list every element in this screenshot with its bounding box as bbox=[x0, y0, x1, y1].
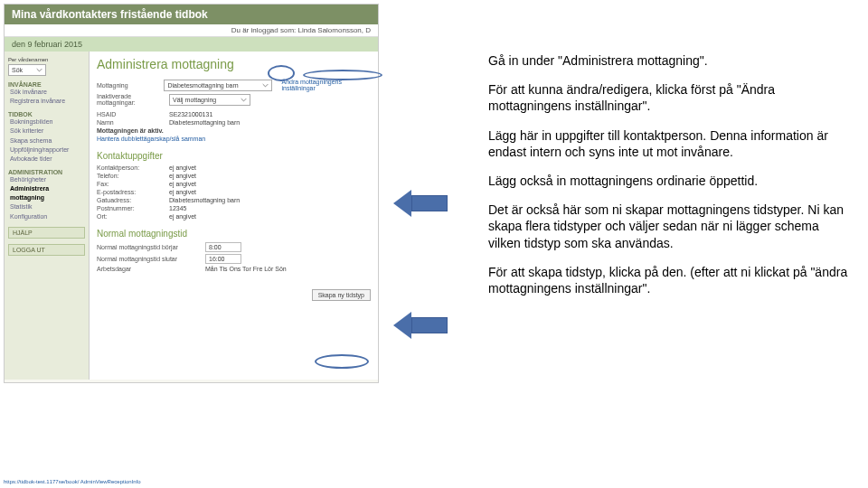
logged-in-row: Du är inloggad som: Linda Salomonsson, D bbox=[5, 24, 378, 37]
sidebar: Per vårdenamen Sök INVÅNARE Sök invånare… bbox=[5, 52, 90, 380]
sidebar-item-behorigheter[interactable]: Behörigheter bbox=[10, 175, 85, 184]
sidebar-group-tidbok: TIDBOK bbox=[8, 111, 85, 117]
body-wrap: Per vårdenamen Sök INVÅNARE Sök invånare… bbox=[5, 52, 378, 380]
row-aktiv: Mottagningen är aktiv. bbox=[97, 127, 371, 134]
annotation-oval-skapa-button bbox=[315, 354, 369, 369]
label-borjar: Normal mottagningstid börjar bbox=[97, 244, 205, 250]
kontakt-label-6: Ort: bbox=[97, 213, 169, 220]
label-mottagning: Mottagning bbox=[97, 82, 164, 89]
aktiv-text: Mottagningen är aktiv. bbox=[97, 127, 164, 134]
annotation-oval-dropdown bbox=[268, 65, 295, 81]
sidebar-group-invanare: INVÅNARE bbox=[8, 81, 85, 88]
chevron-down-icon bbox=[36, 67, 42, 73]
sidebar-item-skapa-schema[interactable]: Skapa schema bbox=[10, 136, 85, 145]
row-slutar: Normal mottagningstid slutar 16:00 bbox=[97, 254, 371, 264]
sidebar-help[interactable]: HJÄLP bbox=[8, 227, 85, 239]
value-namn: Diabetesmottagning barn bbox=[169, 119, 240, 126]
sidebar-item-registrera-invanare[interactable]: Registrera invånare bbox=[10, 97, 85, 106]
arrow-head-icon bbox=[393, 312, 411, 339]
skapa-tidstyp-button[interactable]: Skapa ny tidstyp bbox=[312, 289, 371, 301]
instruction-p6: För att skapa tidstyp, klicka på den. (e… bbox=[488, 264, 850, 296]
footer-url: https://tidbok-test.1177se/book/ AdminVi… bbox=[4, 479, 141, 484]
kontakt-val-2: ej angivet bbox=[169, 181, 196, 187]
hantera-link[interactable]: Hantera dubblettägarskap/slå samman bbox=[97, 136, 205, 142]
label-hsaid: HSAID bbox=[97, 111, 169, 117]
app-screenshot: Mina vårdkontakters fristående tidbok Du… bbox=[4, 4, 379, 383]
kontakt-val-6: ej angivet bbox=[169, 213, 196, 220]
row-borjar: Normal mottagningstid börjar 8:00 bbox=[97, 242, 371, 252]
app-titlebar: Mina vårdkontakters fristående tidbok bbox=[5, 5, 378, 24]
kontakt-val-3: ej angivet bbox=[169, 189, 196, 195]
instruction-p3: Lägg här in uppgifter till kontaktperson… bbox=[488, 127, 850, 160]
arrow-head-icon bbox=[393, 190, 411, 217]
value-hsaid: SE232100013​1 bbox=[169, 111, 212, 117]
instruction-p5: Det är också här som ni skapar mottagnin… bbox=[488, 202, 850, 251]
chevron-down-icon bbox=[262, 82, 269, 89]
row-namn: Namn Diabetesmottagning barn bbox=[97, 119, 371, 126]
instruction-text: Gå in under "Administrera mottagning". F… bbox=[488, 52, 850, 309]
chevron-down-icon bbox=[241, 97, 247, 103]
mottagning-dropdown[interactable]: Diabetesmottagning barn bbox=[164, 80, 272, 91]
kontakt-label-2: Fax: bbox=[97, 181, 169, 187]
kontakt-label-1: Telefon: bbox=[97, 173, 169, 179]
section-oppettid: Normal mottagningstid bbox=[97, 229, 371, 239]
sidebar-selector-label: Per vårdenamen bbox=[8, 57, 85, 62]
annotation-arrow-oppettid bbox=[393, 312, 448, 339]
label-namn: Namn bbox=[97, 119, 169, 126]
date-row: den 9 februari 2015 bbox=[5, 37, 378, 52]
mottagning-value: Diabetesmottagning barn bbox=[167, 82, 238, 89]
instruction-p1: Gå in under "Administrera mottagning". bbox=[488, 52, 850, 69]
andra-installningar-link[interactable]: Ändra mottagningens inställningar bbox=[281, 79, 371, 91]
annotation-oval-andra-link bbox=[303, 70, 382, 80]
sidebar-item-konfiguration[interactable]: Konfiguration bbox=[10, 212, 85, 221]
instruction-p4: Lägg också in mottagningens ordinarie öp… bbox=[488, 173, 850, 189]
main-area: Administrera mottagning Mottagning Diabe… bbox=[90, 52, 378, 380]
row-mottagning: Mottagning Diabetesmottagning barn Ändra… bbox=[97, 79, 371, 91]
input-slutar[interactable]: 16:00 bbox=[205, 254, 241, 264]
row-arbetsdagar: Arbetsdagar Mån Tis Ons Tor Fre Lör Sön bbox=[97, 266, 371, 272]
sidebar-selector[interactable]: Sök bbox=[8, 64, 46, 76]
sidebar-item-sok-kriterier[interactable]: Sök kriterier bbox=[10, 127, 85, 136]
arrow-shaft bbox=[411, 317, 448, 333]
row-hsaid: HSAID SE232100013​1 bbox=[97, 111, 371, 117]
date-text: den 9 februari 2015 bbox=[12, 40, 82, 49]
kontakt-val-1: ej angivet bbox=[169, 173, 196, 179]
sidebar-selector-value: Sök bbox=[12, 67, 23, 73]
sidebar-group-admin: ADMINISTRATION bbox=[8, 169, 85, 175]
kontakt-val-4: Diabetesmottagning barn bbox=[169, 197, 240, 203]
input-borjar[interactable]: 8:00 bbox=[205, 242, 241, 252]
instruction-p2: För att kunna ändra/redigera, klicka för… bbox=[488, 81, 850, 114]
arrow-shaft bbox=[411, 195, 448, 211]
sidebar-item-administrera-mottagning[interactable]: Administrera mottagning bbox=[10, 184, 85, 202]
kontakt-label-5: Postnummer: bbox=[97, 205, 169, 211]
sidebar-item-bokningsbilden[interactable]: Bokningsbilden bbox=[10, 117, 85, 127]
label-arbetsdagar: Arbetsdagar bbox=[97, 266, 205, 272]
label-inaktiverade: Inaktiverade mottagningar: bbox=[97, 93, 169, 106]
kontakt-label-0: Kontaktperson: bbox=[97, 164, 169, 171]
kontakt-fields: Kontaktperson:ej angivet Telefon:ej angi… bbox=[97, 164, 371, 220]
inaktiverade-value: Välj mottagning bbox=[173, 97, 216, 103]
sidebar-item-rapporter[interactable]: Uppföljning/rapporter bbox=[10, 145, 85, 155]
sidebar-item-avbokade[interactable]: Avbokade tider bbox=[10, 155, 85, 164]
inaktiverade-dropdown[interactable]: Välj mottagning bbox=[169, 94, 250, 106]
annotation-arrow-kontakt bbox=[393, 190, 448, 217]
kontakt-val-5: 12345 bbox=[169, 205, 186, 211]
kontakt-val-0: ej angivet bbox=[169, 164, 196, 171]
sidebar-logout[interactable]: LOGGA UT bbox=[8, 244, 85, 256]
sidebar-item-sok-invanare[interactable]: Sök invånare bbox=[10, 88, 85, 97]
kontakt-label-3: E-postadress: bbox=[97, 189, 169, 195]
kontakt-label-4: Gatuadress: bbox=[97, 197, 169, 203]
sidebar-item-statistik[interactable]: Statistik bbox=[10, 202, 85, 211]
section-kontakt: Kontaktuppgifter bbox=[97, 151, 371, 161]
row-hantera-link: Hantera dubblettägarskap/slå samman bbox=[97, 136, 371, 142]
app-title: Mina vårdkontakters fristående tidbok bbox=[12, 8, 208, 21]
label-slutar: Normal mottagningstid slutar bbox=[97, 256, 205, 262]
row-inaktiverade: Inaktiverade mottagningar: Välj mottagni… bbox=[97, 93, 371, 106]
logged-in-label: Du är inloggad som: Linda Salomonsson, D bbox=[231, 26, 371, 34]
value-arbetsdagar: Mån Tis Ons Tor Fre Lör Sön bbox=[205, 266, 287, 272]
